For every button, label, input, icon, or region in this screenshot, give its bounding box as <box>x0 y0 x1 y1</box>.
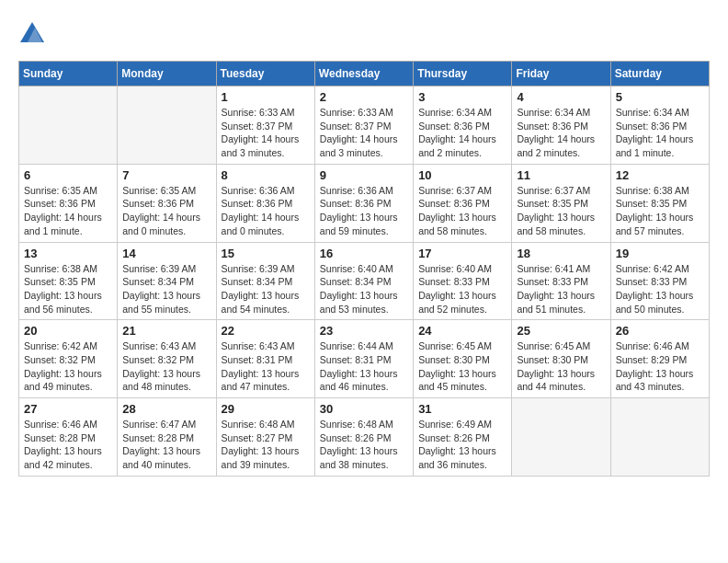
calendar-cell: 9Sunrise: 6:36 AM Sunset: 8:36 PM Daylig… <box>314 164 413 242</box>
calendar-week-row: 13Sunrise: 6:38 AM Sunset: 8:35 PM Dayli… <box>19 242 710 320</box>
day-number: 30 <box>320 402 408 416</box>
calendar-cell <box>512 398 610 477</box>
day-number: 28 <box>122 402 210 416</box>
day-info: Sunrise: 6:36 AM Sunset: 8:36 PM Dayligh… <box>222 184 310 238</box>
calendar-cell: 8Sunrise: 6:36 AM Sunset: 8:36 PM Daylig… <box>216 164 314 242</box>
calendar-cell: 31Sunrise: 6:49 AM Sunset: 8:26 PM Dayli… <box>414 398 512 477</box>
day-number: 7 <box>122 168 210 182</box>
day-number: 6 <box>24 168 112 182</box>
weekday-header-saturday: Saturday <box>610 62 709 86</box>
page-header <box>18 18 710 46</box>
weekday-header-thursday: Thursday <box>414 62 512 86</box>
day-number: 23 <box>320 324 408 338</box>
day-info: Sunrise: 6:45 AM Sunset: 8:30 PM Dayligh… <box>418 339 506 394</box>
day-info: Sunrise: 6:48 AM Sunset: 8:26 PM Dayligh… <box>320 418 408 472</box>
day-info: Sunrise: 6:34 AM Sunset: 8:36 PM Dayligh… <box>418 106 506 160</box>
calendar-cell: 18Sunrise: 6:41 AM Sunset: 8:33 PM Dayli… <box>512 242 610 320</box>
day-number: 2 <box>320 90 408 104</box>
weekday-header-friday: Friday <box>512 62 610 86</box>
calendar-cell: 4Sunrise: 6:34 AM Sunset: 8:36 PM Daylig… <box>512 86 610 165</box>
day-number: 20 <box>24 324 112 338</box>
weekday-header-monday: Monday <box>118 62 216 86</box>
calendar-cell: 16Sunrise: 6:40 AM Sunset: 8:34 PM Dayli… <box>314 242 413 320</box>
calendar-cell: 23Sunrise: 6:44 AM Sunset: 8:31 PM Dayli… <box>314 320 413 398</box>
day-info: Sunrise: 6:43 AM Sunset: 8:31 PM Dayligh… <box>222 339 310 394</box>
day-info: Sunrise: 6:46 AM Sunset: 8:29 PM Dayligh… <box>616 339 704 394</box>
day-info: Sunrise: 6:49 AM Sunset: 8:26 PM Dayligh… <box>418 418 506 472</box>
day-info: Sunrise: 6:41 AM Sunset: 8:33 PM Dayligh… <box>517 262 605 316</box>
calendar-cell: 11Sunrise: 6:37 AM Sunset: 8:35 PM Dayli… <box>512 164 610 242</box>
day-info: Sunrise: 6:40 AM Sunset: 8:33 PM Dayligh… <box>418 262 506 316</box>
day-number: 13 <box>24 247 112 260</box>
calendar-cell <box>610 398 709 477</box>
day-info: Sunrise: 6:34 AM Sunset: 8:36 PM Dayligh… <box>616 106 704 160</box>
calendar-week-row: 1Sunrise: 6:33 AM Sunset: 8:37 PM Daylig… <box>19 86 710 165</box>
day-info: Sunrise: 6:33 AM Sunset: 8:37 PM Dayligh… <box>320 106 408 160</box>
calendar-cell <box>118 86 216 165</box>
calendar-cell <box>19 86 118 165</box>
calendar-cell: 29Sunrise: 6:48 AM Sunset: 8:27 PM Dayli… <box>216 398 314 477</box>
calendar-cell: 10Sunrise: 6:37 AM Sunset: 8:36 PM Dayli… <box>414 164 512 242</box>
day-number: 8 <box>222 168 310 182</box>
day-info: Sunrise: 6:35 AM Sunset: 8:36 PM Dayligh… <box>122 184 210 238</box>
calendar-cell: 27Sunrise: 6:46 AM Sunset: 8:28 PM Dayli… <box>19 398 118 477</box>
calendar-week-row: 6Sunrise: 6:35 AM Sunset: 8:36 PM Daylig… <box>19 164 710 242</box>
calendar-cell: 30Sunrise: 6:48 AM Sunset: 8:26 PM Dayli… <box>314 398 413 477</box>
day-info: Sunrise: 6:40 AM Sunset: 8:34 PM Dayligh… <box>320 262 408 316</box>
day-info: Sunrise: 6:45 AM Sunset: 8:30 PM Dayligh… <box>517 339 605 394</box>
day-number: 24 <box>418 324 506 338</box>
day-number: 16 <box>320 247 408 260</box>
day-number: 19 <box>616 247 704 260</box>
day-number: 27 <box>24 402 112 416</box>
day-info: Sunrise: 6:48 AM Sunset: 8:27 PM Dayligh… <box>222 418 310 472</box>
calendar-cell: 2Sunrise: 6:33 AM Sunset: 8:37 PM Daylig… <box>314 86 413 165</box>
weekday-header-tuesday: Tuesday <box>216 62 314 86</box>
day-number: 17 <box>418 247 506 260</box>
day-info: Sunrise: 6:38 AM Sunset: 8:35 PM Dayligh… <box>24 262 112 316</box>
calendar-cell: 15Sunrise: 6:39 AM Sunset: 8:34 PM Dayli… <box>216 242 314 320</box>
calendar-cell: 7Sunrise: 6:35 AM Sunset: 8:36 PM Daylig… <box>118 164 216 242</box>
day-info: Sunrise: 6:43 AM Sunset: 8:32 PM Dayligh… <box>122 339 210 394</box>
day-info: Sunrise: 6:42 AM Sunset: 8:33 PM Dayligh… <box>616 262 704 316</box>
calendar-cell: 25Sunrise: 6:45 AM Sunset: 8:30 PM Dayli… <box>512 320 610 398</box>
day-number: 5 <box>616 90 704 104</box>
day-number: 18 <box>517 247 605 260</box>
day-info: Sunrise: 6:35 AM Sunset: 8:36 PM Dayligh… <box>24 184 112 238</box>
day-number: 15 <box>222 247 310 260</box>
calendar-cell: 12Sunrise: 6:38 AM Sunset: 8:35 PM Dayli… <box>610 164 709 242</box>
day-number: 1 <box>222 90 310 104</box>
calendar-cell: 13Sunrise: 6:38 AM Sunset: 8:35 PM Dayli… <box>19 242 118 320</box>
day-number: 9 <box>320 168 408 182</box>
day-info: Sunrise: 6:37 AM Sunset: 8:35 PM Dayligh… <box>517 184 605 238</box>
calendar-header-row: SundayMondayTuesdayWednesdayThursdayFrid… <box>19 62 710 86</box>
day-info: Sunrise: 6:34 AM Sunset: 8:36 PM Dayligh… <box>517 106 605 160</box>
calendar-week-row: 20Sunrise: 6:42 AM Sunset: 8:32 PM Dayli… <box>19 320 710 398</box>
day-number: 12 <box>616 168 704 182</box>
day-info: Sunrise: 6:42 AM Sunset: 8:32 PM Dayligh… <box>24 339 112 394</box>
day-number: 29 <box>222 402 310 416</box>
weekday-header-wednesday: Wednesday <box>314 62 413 86</box>
calendar-cell: 24Sunrise: 6:45 AM Sunset: 8:30 PM Dayli… <box>414 320 512 398</box>
calendar-cell: 3Sunrise: 6:34 AM Sunset: 8:36 PM Daylig… <box>414 86 512 165</box>
calendar-cell: 26Sunrise: 6:46 AM Sunset: 8:29 PM Dayli… <box>610 320 709 398</box>
calendar-cell: 28Sunrise: 6:47 AM Sunset: 8:28 PM Dayli… <box>118 398 216 477</box>
calendar-week-row: 27Sunrise: 6:46 AM Sunset: 8:28 PM Dayli… <box>19 398 710 477</box>
calendar-cell: 5Sunrise: 6:34 AM Sunset: 8:36 PM Daylig… <box>610 86 709 165</box>
calendar-cell: 17Sunrise: 6:40 AM Sunset: 8:33 PM Dayli… <box>414 242 512 320</box>
day-number: 14 <box>122 247 210 260</box>
day-info: Sunrise: 6:38 AM Sunset: 8:35 PM Dayligh… <box>616 184 704 238</box>
day-number: 31 <box>418 402 506 416</box>
calendar-cell: 21Sunrise: 6:43 AM Sunset: 8:32 PM Dayli… <box>118 320 216 398</box>
day-number: 4 <box>517 90 605 104</box>
day-info: Sunrise: 6:39 AM Sunset: 8:34 PM Dayligh… <box>122 262 210 316</box>
day-info: Sunrise: 6:44 AM Sunset: 8:31 PM Dayligh… <box>320 339 408 394</box>
day-info: Sunrise: 6:46 AM Sunset: 8:28 PM Dayligh… <box>24 418 112 472</box>
logo-icon <box>18 18 46 46</box>
calendar-cell: 6Sunrise: 6:35 AM Sunset: 8:36 PM Daylig… <box>19 164 118 242</box>
day-number: 10 <box>418 168 506 182</box>
logo <box>18 18 50 46</box>
weekday-header-sunday: Sunday <box>19 62 118 86</box>
day-info: Sunrise: 6:47 AM Sunset: 8:28 PM Dayligh… <box>122 418 210 472</box>
day-number: 21 <box>122 324 210 338</box>
day-number: 22 <box>222 324 310 338</box>
